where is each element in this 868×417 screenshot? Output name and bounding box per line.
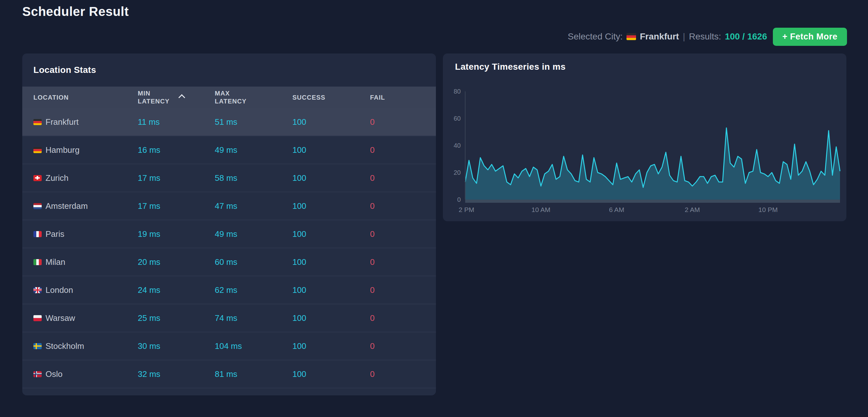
flag-de-icon [33, 147, 42, 153]
success-value: 100 [292, 313, 370, 323]
results-label: Results: [689, 31, 721, 42]
table-row[interactable]: Milan20 ms60 ms1000 [22, 248, 436, 276]
selected-city-value: Frankfurt [640, 31, 679, 42]
results-count: 100 / 1626 [725, 31, 767, 42]
table-row[interactable]: Stockholm30 ms104 ms1000 [22, 332, 436, 360]
min-latency-value: 17 ms [138, 201, 215, 211]
success-value: 100 [292, 201, 370, 211]
table-row[interactable]: Zurich17 ms58 ms1000 [22, 164, 436, 192]
column-header-success[interactable]: SUCCESS [292, 94, 370, 101]
column-header-max-latency[interactable]: MAX LATENCY [215, 89, 292, 106]
fail-value: 0 [370, 229, 425, 239]
location-name: Frankfurt [45, 117, 79, 127]
fail-value: 0 [370, 145, 425, 155]
fetch-more-button[interactable]: + Fetch More [773, 28, 847, 46]
separator: | [683, 31, 685, 42]
fail-value: 0 [370, 173, 425, 183]
table-row[interactable]: London24 ms62 ms1000 [22, 276, 436, 304]
fail-value: 0 [370, 117, 425, 127]
flag-de-icon [33, 119, 42, 125]
topbar: Selected City: Frankfurt | Results: 100 … [568, 28, 847, 45]
flag-germany-icon [626, 33, 636, 40]
location-name: Warsaw [45, 313, 75, 323]
max-latency-value: 58 ms [215, 173, 292, 183]
location-cell: Zurich [33, 173, 138, 183]
location-name: Oslo [45, 369, 62, 379]
location-stats-panel: Location Stats LOCATION MIN LATENCY MAX … [22, 54, 436, 395]
column-header-label: FAIL [370, 94, 385, 101]
min-latency-value: 30 ms [138, 341, 215, 351]
location-cell: Milan [33, 257, 138, 267]
column-header-fail[interactable]: FAIL [370, 94, 425, 101]
sort-chevron-up-icon[interactable] [179, 94, 185, 100]
column-header-label: MAX LATENCY [215, 89, 250, 106]
column-header-location[interactable]: LOCATION [33, 94, 138, 101]
table-row[interactable]: Warsaw25 ms74 ms1000 [22, 304, 436, 332]
table-row[interactable]: Hamburg16 ms49 ms1000 [22, 136, 436, 164]
table-row[interactable]: Amsterdam17 ms47 ms1000 [22, 192, 436, 220]
flag-nl-icon [33, 203, 42, 209]
success-value: 100 [292, 145, 370, 155]
min-latency-value: 11 ms [138, 117, 215, 127]
flag-ch-icon [33, 175, 42, 181]
location-name: Amsterdam [45, 201, 88, 211]
column-header-min-latency[interactable]: MIN LATENCY [138, 89, 215, 106]
success-value: 100 [292, 369, 370, 379]
min-latency-value: 32 ms [138, 369, 215, 379]
x-tick-label: 2 AM [685, 206, 700, 213]
fail-value: 0 [370, 257, 425, 267]
fail-value: 0 [370, 341, 425, 351]
y-tick-label: 40 [454, 142, 461, 149]
min-latency-value: 16 ms [138, 145, 215, 155]
fail-value: 0 [370, 313, 425, 323]
page-title: Scheduler Result [22, 4, 129, 19]
fail-value: 0 [370, 201, 425, 211]
max-latency-value: 60 ms [215, 257, 292, 267]
table-row[interactable]: Frankfurt11 ms51 ms1000 [22, 108, 436, 136]
max-latency-value: 47 ms [215, 201, 292, 211]
max-latency-value: 51 ms [215, 117, 292, 127]
location-table-body: Frankfurt11 ms51 ms1000Hamburg16 ms49 ms… [22, 108, 436, 395]
fail-value: 0 [370, 285, 425, 295]
flag-gb-icon [33, 287, 42, 293]
scheduler-result-page: { "page": { "title": "Scheduler Result" … [0, 0, 868, 417]
location-cell: Warsaw [33, 313, 138, 323]
max-latency-value: 74 ms [215, 313, 292, 323]
success-value: 100 [292, 257, 370, 267]
flag-it-icon [33, 259, 42, 265]
location-cell: Stockholm [33, 341, 138, 351]
table-row[interactable]: Oslo32 ms81 ms1000 [22, 360, 436, 388]
location-stats-header: Location Stats [22, 54, 436, 87]
column-header-label: MIN LATENCY [138, 89, 174, 106]
location-name: Stockholm [45, 341, 84, 351]
fail-value: 0 [370, 369, 425, 379]
selected-city-label: Selected City: [568, 31, 623, 42]
flag-pl-icon [33, 315, 42, 321]
latency-chart-title: Latency Timeseries in ms [455, 62, 566, 72]
location-cell: Amsterdam [33, 201, 138, 211]
table-row[interactable]: Paris19 ms49 ms1000 [22, 220, 436, 248]
location-cell: London [33, 285, 138, 295]
max-latency-value: 49 ms [215, 145, 292, 155]
location-name: Paris [45, 229, 64, 239]
column-header-label: SUCCESS [292, 94, 326, 101]
x-tick-label: 10 PM [758, 206, 778, 213]
max-latency-value: 62 ms [215, 285, 292, 295]
flag-no-icon [33, 371, 42, 377]
max-latency-value: 49 ms [215, 229, 292, 239]
table-header-row: LOCATION MIN LATENCY MAX LATENCY SUCCESS… [22, 87, 436, 108]
y-tick-label: 60 [454, 115, 461, 122]
y-tick-label: 80 [454, 88, 461, 95]
topbar-info: Selected City: Frankfurt | Results: 100 … [568, 31, 767, 42]
location-cell: Paris [33, 229, 138, 239]
latency-chart-panel: 0204060802 PM10 AM6 AM2 AM10 PM Latency … [443, 54, 846, 221]
min-latency-value: 17 ms [138, 173, 215, 183]
success-value: 100 [292, 285, 370, 295]
success-value: 100 [292, 341, 370, 351]
flag-fr-icon [33, 231, 42, 237]
column-header-label: LOCATION [33, 94, 69, 101]
y-tick-label: 0 [457, 196, 461, 203]
success-value: 100 [292, 117, 370, 127]
flag-se-icon [33, 343, 42, 349]
location-name: Hamburg [45, 145, 80, 155]
